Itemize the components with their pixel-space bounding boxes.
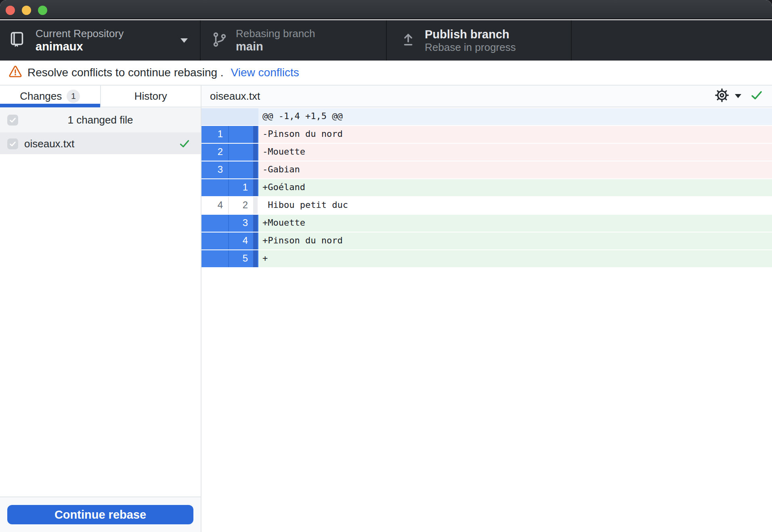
diff-line-gutter[interactable]: 3 (201, 215, 258, 232)
diff-line-text: +Goéland (258, 179, 772, 196)
diff-header-actions (715, 86, 763, 107)
tab-selected-underline (0, 104, 100, 107)
repo-dropdown-caret-icon (180, 38, 188, 43)
gutter-edge-strip (253, 108, 258, 125)
diff-line-text: Hibou petit duc (258, 197, 772, 214)
diff-row-added: 3+Mouette (201, 215, 772, 232)
tab-history-label: History (134, 90, 167, 103)
view-conflicts-link[interactable]: View conflicts (231, 66, 299, 79)
tab-changes[interactable]: Changes 1 (0, 86, 101, 107)
old-line-number[interactable] (201, 215, 229, 232)
diff-line-text: +Pinson du nord (258, 232, 772, 249)
diff-line-gutter[interactable]: 2 (201, 144, 258, 161)
new-line-number[interactable]: 2 (229, 197, 253, 214)
gutter-edge-strip (253, 197, 258, 214)
file-include-checkbox[interactable] (7, 138, 18, 149)
repo-label: Current Repository (36, 27, 124, 40)
new-line-number[interactable] (229, 126, 253, 143)
close-button[interactable] (6, 6, 15, 15)
titlebar (0, 0, 772, 19)
old-line-number[interactable] (201, 232, 229, 249)
new-line-number[interactable]: 4 (229, 232, 253, 249)
old-line-number[interactable] (201, 108, 229, 125)
old-line-number[interactable]: 4 (201, 197, 229, 214)
old-line-number[interactable]: 3 (201, 161, 229, 178)
publish-subtitle: Rebase in progress (425, 41, 516, 54)
new-line-number[interactable]: 5 (229, 250, 253, 267)
branch-label: Rebasing branch (236, 27, 315, 40)
diff-line-gutter[interactable]: 4 (201, 232, 258, 249)
resolved-check-icon (179, 138, 190, 152)
main-area: Changes 1 History 1 changed file (0, 86, 772, 532)
changed-files-summary: 1 changed file (68, 114, 133, 126)
github-desktop-window: Current Repository animaux Rebasing bran… (0, 0, 772, 532)
new-line-number[interactable] (229, 108, 253, 125)
publish-title: Publish branch (425, 27, 516, 41)
zoom-button[interactable] (38, 6, 47, 15)
diff-line-text: @@ -1,4 +1,5 @@ (258, 108, 772, 125)
sidebar-footer: Continue rebase (0, 496, 201, 532)
branch-name: main (236, 40, 315, 53)
repo-icon (9, 31, 25, 49)
warning-message: Resolve conflicts to continue rebasing . (27, 66, 224, 79)
new-line-number[interactable] (229, 144, 253, 161)
gutter-edge-strip (253, 179, 258, 196)
minimize-button[interactable] (22, 6, 31, 15)
tab-changes-label: Changes (20, 90, 62, 103)
gutter-edge-strip (253, 161, 258, 178)
diff-line-gutter[interactable] (201, 108, 258, 125)
new-line-number[interactable]: 3 (229, 215, 253, 232)
tab-history[interactable]: History (101, 86, 201, 107)
diff-line-gutter[interactable]: 42 (201, 197, 258, 214)
diff-line-text: -Gabian (258, 161, 772, 178)
branch-selector[interactable]: Rebasing branch main (201, 20, 387, 61)
repository-selector[interactable]: Current Repository animaux (0, 20, 201, 61)
diff-row-added: 4+Pinson du nord (201, 232, 772, 249)
diff-row-context: 42 Hibou petit duc (201, 197, 772, 214)
new-line-number[interactable] (229, 161, 253, 178)
git-branch-icon (212, 31, 228, 49)
diff-file-name: oiseaux.txt (210, 90, 260, 103)
diff-row-deleted: 1-Pinson du nord (201, 126, 772, 143)
continue-rebase-button[interactable]: Continue rebase (7, 505, 193, 524)
diff-pane: oiseaux.txt (201, 86, 772, 532)
upload-icon (401, 32, 416, 49)
diff-row-deleted: 3-Gabian (201, 161, 772, 178)
diff-options-caret-icon[interactable] (735, 94, 741, 98)
no-conflicts-check-icon (750, 89, 763, 103)
diff-line-gutter[interactable]: 3 (201, 161, 258, 178)
file-row-oiseaux[interactable]: oiseaux.txt (0, 133, 201, 154)
diff-line-gutter[interactable]: 5 (201, 250, 258, 267)
changed-files-summary-row: 1 changed file (0, 107, 201, 133)
diff-header: oiseaux.txt (201, 86, 772, 107)
sidebar: Changes 1 History 1 changed file (0, 86, 201, 532)
gutter-edge-strip (253, 232, 258, 249)
diff-row-added: 5+ (201, 250, 772, 267)
include-all-checkbox[interactable] (7, 115, 18, 126)
conflict-warning-bar: Resolve conflicts to continue rebasing .… (0, 61, 772, 86)
gutter-edge-strip (253, 250, 258, 267)
diff-line-text: + (258, 250, 772, 267)
old-line-number[interactable]: 1 (201, 126, 229, 143)
new-line-number[interactable]: 1 (229, 179, 253, 196)
gutter-edge-strip (253, 215, 258, 232)
diff-row-deleted: 2-Mouette (201, 144, 772, 161)
gutter-edge-strip (253, 126, 258, 143)
file-name: oiseaux.txt (24, 138, 74, 150)
gear-icon[interactable] (715, 88, 729, 104)
diff-row-added: 1+Goéland (201, 179, 772, 196)
repo-name: animaux (36, 40, 124, 53)
toolbar: Current Repository animaux Rebasing bran… (0, 20, 772, 61)
sidebar-tabs: Changes 1 History (0, 86, 201, 107)
diff-line-text: +Mouette (258, 215, 772, 232)
diff-line-gutter[interactable]: 1 (201, 126, 258, 143)
publish-branch-button[interactable]: Publish branch Rebase in progress (387, 20, 572, 61)
diff-line-gutter[interactable]: 1 (201, 179, 258, 196)
old-line-number[interactable] (201, 179, 229, 196)
changes-count-badge: 1 (67, 90, 80, 103)
window-controls (6, 6, 47, 15)
diff-row-hunk: @@ -1,4 +1,5 @@ (201, 108, 772, 125)
diff-line-text: -Pinson du nord (258, 126, 772, 143)
old-line-number[interactable]: 2 (201, 144, 229, 161)
old-line-number[interactable] (201, 250, 229, 267)
